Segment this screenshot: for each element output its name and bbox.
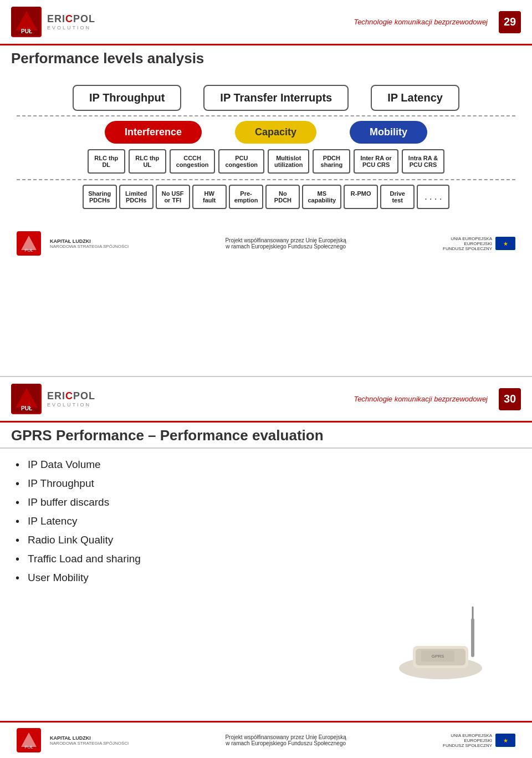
oval-interference: Interference xyxy=(105,121,202,144)
slide2-subtitle: Technologie komunikacji bezprzewodowej xyxy=(354,395,488,403)
device-area: GPRS xyxy=(0,602,532,690)
ericpol-logo-2: ERICPOL xyxy=(47,390,95,402)
ericpol-sub: EVOLUTION xyxy=(47,25,95,30)
eu-logo-badge-2: PUŁ xyxy=(17,728,41,752)
slide2-page-num: 30 xyxy=(499,388,521,410)
subbox-inter-ra: Inter RA orPCU CRS xyxy=(354,149,398,174)
svg-text:PUŁ: PUŁ xyxy=(24,745,33,750)
bbox-rpmo: R-PMO xyxy=(344,185,378,209)
subbox-pdch: PDCHsharing xyxy=(313,149,350,174)
slide1-header: PUŁ ERICPOL EVOLUTION Technologie komuni… xyxy=(0,0,532,45)
box-ip-latency: IP Latency xyxy=(371,85,459,111)
slide1-content: IP Throughput IP Transfer Interrupts IP … xyxy=(0,69,532,219)
slide1-subtitle: Technologie komunikacji bezprzewodowej xyxy=(354,18,488,26)
pul-badge: PUŁ xyxy=(11,7,42,37)
eu-text-2: Projekt współfinansowany przez Unię Euro… xyxy=(137,734,434,746)
oval-mobility: Mobility xyxy=(350,121,427,144)
bbox-pre-emption: Pre-emption xyxy=(229,185,264,209)
eu-footer-2: PUŁ KAPITAŁ LUDZKI NARODOWA STRATEGIA SP… xyxy=(0,721,532,758)
eu-flag-2: ★ xyxy=(495,734,515,747)
ericpol-sub-2: EVOLUTION xyxy=(47,402,95,408)
eu-flag-area-2: UNIA EUROPEJSKAEUROPEJSKIFUNDUSZ SPOŁECZ… xyxy=(443,733,515,748)
svg-text:PUŁ: PUŁ xyxy=(21,405,32,411)
bbox-limited: LimitedPDCHs xyxy=(119,185,154,209)
eu-text-1: Projekt współfinansowany przez Unię Euro… xyxy=(137,237,434,250)
svg-text:PUŁ: PUŁ xyxy=(24,248,33,253)
subbox-ccch: CCCHcongestion xyxy=(170,149,216,174)
svg-text:PUŁ: PUŁ xyxy=(21,28,32,34)
ericpol-logo: ERICPOL xyxy=(47,13,95,25)
logo-area-2: PUŁ ERICPOL EVOLUTION xyxy=(11,384,95,414)
box-ip-transfer: IP Transfer Interrupts xyxy=(203,85,349,111)
bbox-no-pdch: NoPDCH xyxy=(265,185,300,209)
slide1-title: Performance levels analysis xyxy=(0,45,532,69)
slide1-page-num: 29 xyxy=(499,11,521,33)
svg-rect-13 xyxy=(471,618,474,657)
slide2-title: GPRS Performance – Performance evaluatio… xyxy=(0,423,532,449)
header-right-2: Technologie komunikacji bezprzewodowej 3… xyxy=(354,388,521,410)
bullet-traffic-load: Traffic Load and sharing xyxy=(28,553,515,565)
ovals-row: Interference Capacity Mobility xyxy=(17,121,515,144)
slide-2: PUŁ ERICPOL EVOLUTION Technologie komuni… xyxy=(0,377,532,758)
dashed-sep-1 xyxy=(17,115,515,116)
bbox-drive-test: Drivetest xyxy=(380,185,415,209)
bullet-user-mobility: User Mobility xyxy=(28,572,515,584)
oval-capacity: Capacity xyxy=(235,121,316,144)
subbox-rlc-thp-dl: RLC thpDL xyxy=(88,149,125,174)
header-right-1: Technologie komunikacji bezprzewodowej 2… xyxy=(354,11,521,33)
subbox-pcu: PCUcongestion xyxy=(218,149,264,174)
eu-footer-1: PUŁ KAPITAŁ LUDZKI NARODOWA STRATEGIA SP… xyxy=(0,225,532,262)
kapital-ludzki-2: KAPITAŁ LUDZKI NARODOWA STRATEGIA SPÓJNO… xyxy=(50,735,129,746)
kapital-ludzki-1: KAPITAŁ LUDZKI NARODOWA STRATEGIA SPÓJNO… xyxy=(50,238,129,249)
logo-area-1: PUŁ ERICPOL EVOLUTION xyxy=(11,7,95,37)
slide2-header: PUŁ ERICPOL EVOLUTION Technologie komuni… xyxy=(0,377,532,423)
eu-logo-badge-1: PUŁ xyxy=(17,231,41,256)
bullet-ip-throughput: IP Throughput xyxy=(28,477,515,490)
bbox-sharing: SharingPDCHs xyxy=(83,185,117,209)
eu-flag-1: ★ xyxy=(495,237,515,250)
subbox-rlc-thp-ul: RLC thpUL xyxy=(129,149,166,174)
box-ip-throughput: IP Throughput xyxy=(73,85,181,111)
bbox-ms: MScapability xyxy=(302,185,341,209)
eu-flag-area-1: UNIA EUROPEJSKAEUROPEJSKIFUNDUSZ SPOŁECZ… xyxy=(443,236,515,251)
device-image: GPRS xyxy=(382,602,499,690)
top-row: IP Throughput IP Transfer Interrupts IP … xyxy=(17,85,515,111)
svg-text:GPRS: GPRS xyxy=(432,654,444,659)
slide-1: PUŁ ERICPOL EVOLUTION Technologie komuni… xyxy=(0,0,532,377)
bbox-no-usf: No USFor TFI xyxy=(156,185,190,209)
bullet-radio-link: Radio Link Quality xyxy=(28,534,515,546)
subbox-multislot: Multislotutilization xyxy=(268,149,309,174)
dashed-sep-2 xyxy=(17,179,515,180)
bullet-ip-buffer: IP buffer discards xyxy=(28,496,515,508)
bullet-list: IP Data Volume IP Throughput IP buffer d… xyxy=(0,453,532,596)
bottom-boxes-row: SharingPDCHs LimitedPDCHs No USFor TFI H… xyxy=(17,185,515,209)
bullet-ip-latency: IP Latency xyxy=(28,515,515,527)
pul-badge-2: PUŁ xyxy=(11,384,42,414)
bbox-dots: . . . . xyxy=(417,185,449,209)
subbox-intra-ra: Intra RA &PCU CRS xyxy=(402,149,444,174)
bbox-hw: HWfault xyxy=(192,185,227,209)
subboxes-row: RLC thpDL RLC thpUL CCCHcongestion PCUco… xyxy=(17,149,515,174)
bullet-ip-data-volume: IP Data Volume xyxy=(28,459,515,471)
